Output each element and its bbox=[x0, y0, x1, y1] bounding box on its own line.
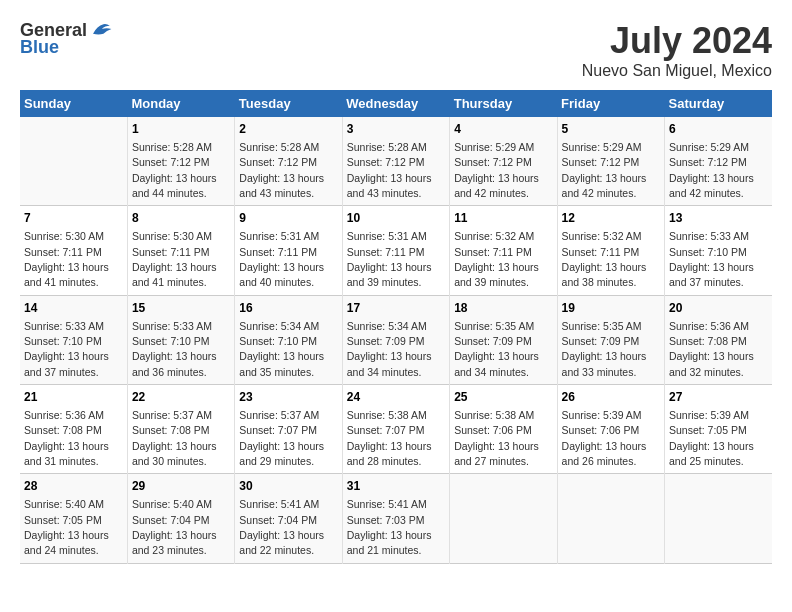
header-row: SundayMondayTuesdayWednesdayThursdayFrid… bbox=[20, 90, 772, 117]
day-number: 28 bbox=[24, 478, 123, 495]
day-number: 29 bbox=[132, 478, 230, 495]
day-number: 15 bbox=[132, 300, 230, 317]
cell-info: Sunrise: 5:30 AMSunset: 7:11 PMDaylight:… bbox=[132, 230, 217, 288]
calendar-cell: 7Sunrise: 5:30 AMSunset: 7:11 PMDaylight… bbox=[20, 206, 127, 295]
calendar-cell: 2Sunrise: 5:28 AMSunset: 7:12 PMDaylight… bbox=[235, 117, 342, 206]
calendar-cell: 20Sunrise: 5:36 AMSunset: 7:08 PMDayligh… bbox=[665, 295, 772, 384]
cell-info: Sunrise: 5:40 AMSunset: 7:04 PMDaylight:… bbox=[132, 498, 217, 556]
day-number: 14 bbox=[24, 300, 123, 317]
day-number: 12 bbox=[562, 210, 660, 227]
calendar-cell: 8Sunrise: 5:30 AMSunset: 7:11 PMDaylight… bbox=[127, 206, 234, 295]
calendar-cell: 22Sunrise: 5:37 AMSunset: 7:08 PMDayligh… bbox=[127, 385, 234, 474]
cell-info: Sunrise: 5:31 AMSunset: 7:11 PMDaylight:… bbox=[347, 230, 432, 288]
cell-info: Sunrise: 5:35 AMSunset: 7:09 PMDaylight:… bbox=[454, 320, 539, 378]
day-number: 22 bbox=[132, 389, 230, 406]
week-row: 1Sunrise: 5:28 AMSunset: 7:12 PMDaylight… bbox=[20, 117, 772, 206]
cell-info: Sunrise: 5:28 AMSunset: 7:12 PMDaylight:… bbox=[132, 141, 217, 199]
calendar-cell bbox=[665, 474, 772, 563]
page-header: General Blue July 2024 Nuevo San Miguel,… bbox=[20, 20, 772, 80]
calendar-cell: 4Sunrise: 5:29 AMSunset: 7:12 PMDaylight… bbox=[450, 117, 557, 206]
calendar-cell: 31Sunrise: 5:41 AMSunset: 7:03 PMDayligh… bbox=[342, 474, 449, 563]
day-number: 26 bbox=[562, 389, 660, 406]
cell-info: Sunrise: 5:33 AMSunset: 7:10 PMDaylight:… bbox=[132, 320, 217, 378]
day-number: 10 bbox=[347, 210, 445, 227]
day-number: 30 bbox=[239, 478, 337, 495]
calendar-cell: 15Sunrise: 5:33 AMSunset: 7:10 PMDayligh… bbox=[127, 295, 234, 384]
title-block: July 2024 Nuevo San Miguel, Mexico bbox=[582, 20, 772, 80]
cell-info: Sunrise: 5:34 AMSunset: 7:09 PMDaylight:… bbox=[347, 320, 432, 378]
cell-info: Sunrise: 5:28 AMSunset: 7:12 PMDaylight:… bbox=[347, 141, 432, 199]
calendar-cell: 21Sunrise: 5:36 AMSunset: 7:08 PMDayligh… bbox=[20, 385, 127, 474]
col-header-monday: Monday bbox=[127, 90, 234, 117]
calendar-table: SundayMondayTuesdayWednesdayThursdayFrid… bbox=[20, 90, 772, 564]
day-number: 31 bbox=[347, 478, 445, 495]
col-header-tuesday: Tuesday bbox=[235, 90, 342, 117]
cell-info: Sunrise: 5:38 AMSunset: 7:06 PMDaylight:… bbox=[454, 409, 539, 467]
cell-info: Sunrise: 5:33 AMSunset: 7:10 PMDaylight:… bbox=[24, 320, 109, 378]
cell-info: Sunrise: 5:32 AMSunset: 7:11 PMDaylight:… bbox=[454, 230, 539, 288]
day-number: 9 bbox=[239, 210, 337, 227]
calendar-cell bbox=[450, 474, 557, 563]
cell-info: Sunrise: 5:30 AMSunset: 7:11 PMDaylight:… bbox=[24, 230, 109, 288]
day-number: 8 bbox=[132, 210, 230, 227]
cell-info: Sunrise: 5:29 AMSunset: 7:12 PMDaylight:… bbox=[454, 141, 539, 199]
day-number: 21 bbox=[24, 389, 123, 406]
week-row: 7Sunrise: 5:30 AMSunset: 7:11 PMDaylight… bbox=[20, 206, 772, 295]
calendar-subtitle: Nuevo San Miguel, Mexico bbox=[582, 62, 772, 80]
cell-info: Sunrise: 5:39 AMSunset: 7:05 PMDaylight:… bbox=[669, 409, 754, 467]
week-row: 28Sunrise: 5:40 AMSunset: 7:05 PMDayligh… bbox=[20, 474, 772, 563]
calendar-cell: 17Sunrise: 5:34 AMSunset: 7:09 PMDayligh… bbox=[342, 295, 449, 384]
calendar-cell: 29Sunrise: 5:40 AMSunset: 7:04 PMDayligh… bbox=[127, 474, 234, 563]
day-number: 5 bbox=[562, 121, 660, 138]
cell-info: Sunrise: 5:41 AMSunset: 7:03 PMDaylight:… bbox=[347, 498, 432, 556]
cell-info: Sunrise: 5:29 AMSunset: 7:12 PMDaylight:… bbox=[562, 141, 647, 199]
calendar-cell: 5Sunrise: 5:29 AMSunset: 7:12 PMDaylight… bbox=[557, 117, 664, 206]
day-number: 19 bbox=[562, 300, 660, 317]
calendar-cell bbox=[557, 474, 664, 563]
cell-info: Sunrise: 5:28 AMSunset: 7:12 PMDaylight:… bbox=[239, 141, 324, 199]
cell-info: Sunrise: 5:36 AMSunset: 7:08 PMDaylight:… bbox=[24, 409, 109, 467]
day-number: 25 bbox=[454, 389, 552, 406]
week-row: 21Sunrise: 5:36 AMSunset: 7:08 PMDayligh… bbox=[20, 385, 772, 474]
cell-info: Sunrise: 5:31 AMSunset: 7:11 PMDaylight:… bbox=[239, 230, 324, 288]
calendar-cell: 9Sunrise: 5:31 AMSunset: 7:11 PMDaylight… bbox=[235, 206, 342, 295]
logo-bird-icon bbox=[89, 17, 113, 41]
day-number: 7 bbox=[24, 210, 123, 227]
cell-info: Sunrise: 5:41 AMSunset: 7:04 PMDaylight:… bbox=[239, 498, 324, 556]
logo: General Blue bbox=[20, 20, 113, 58]
cell-info: Sunrise: 5:39 AMSunset: 7:06 PMDaylight:… bbox=[562, 409, 647, 467]
calendar-cell: 24Sunrise: 5:38 AMSunset: 7:07 PMDayligh… bbox=[342, 385, 449, 474]
calendar-cell: 13Sunrise: 5:33 AMSunset: 7:10 PMDayligh… bbox=[665, 206, 772, 295]
day-number: 27 bbox=[669, 389, 768, 406]
calendar-cell: 6Sunrise: 5:29 AMSunset: 7:12 PMDaylight… bbox=[665, 117, 772, 206]
col-header-sunday: Sunday bbox=[20, 90, 127, 117]
day-number: 13 bbox=[669, 210, 768, 227]
day-number: 3 bbox=[347, 121, 445, 138]
calendar-cell: 30Sunrise: 5:41 AMSunset: 7:04 PMDayligh… bbox=[235, 474, 342, 563]
cell-info: Sunrise: 5:35 AMSunset: 7:09 PMDaylight:… bbox=[562, 320, 647, 378]
cell-info: Sunrise: 5:37 AMSunset: 7:08 PMDaylight:… bbox=[132, 409, 217, 467]
cell-info: Sunrise: 5:40 AMSunset: 7:05 PMDaylight:… bbox=[24, 498, 109, 556]
calendar-cell: 3Sunrise: 5:28 AMSunset: 7:12 PMDaylight… bbox=[342, 117, 449, 206]
day-number: 1 bbox=[132, 121, 230, 138]
week-row: 14Sunrise: 5:33 AMSunset: 7:10 PMDayligh… bbox=[20, 295, 772, 384]
calendar-cell: 14Sunrise: 5:33 AMSunset: 7:10 PMDayligh… bbox=[20, 295, 127, 384]
calendar-cell: 18Sunrise: 5:35 AMSunset: 7:09 PMDayligh… bbox=[450, 295, 557, 384]
day-number: 11 bbox=[454, 210, 552, 227]
day-number: 23 bbox=[239, 389, 337, 406]
cell-info: Sunrise: 5:32 AMSunset: 7:11 PMDaylight:… bbox=[562, 230, 647, 288]
cell-info: Sunrise: 5:38 AMSunset: 7:07 PMDaylight:… bbox=[347, 409, 432, 467]
calendar-cell: 26Sunrise: 5:39 AMSunset: 7:06 PMDayligh… bbox=[557, 385, 664, 474]
cell-info: Sunrise: 5:33 AMSunset: 7:10 PMDaylight:… bbox=[669, 230, 754, 288]
calendar-cell: 19Sunrise: 5:35 AMSunset: 7:09 PMDayligh… bbox=[557, 295, 664, 384]
day-number: 20 bbox=[669, 300, 768, 317]
col-header-saturday: Saturday bbox=[665, 90, 772, 117]
cell-info: Sunrise: 5:29 AMSunset: 7:12 PMDaylight:… bbox=[669, 141, 754, 199]
col-header-thursday: Thursday bbox=[450, 90, 557, 117]
day-number: 18 bbox=[454, 300, 552, 317]
col-header-friday: Friday bbox=[557, 90, 664, 117]
calendar-title: July 2024 bbox=[582, 20, 772, 62]
calendar-cell: 27Sunrise: 5:39 AMSunset: 7:05 PMDayligh… bbox=[665, 385, 772, 474]
day-number: 2 bbox=[239, 121, 337, 138]
calendar-cell: 28Sunrise: 5:40 AMSunset: 7:05 PMDayligh… bbox=[20, 474, 127, 563]
